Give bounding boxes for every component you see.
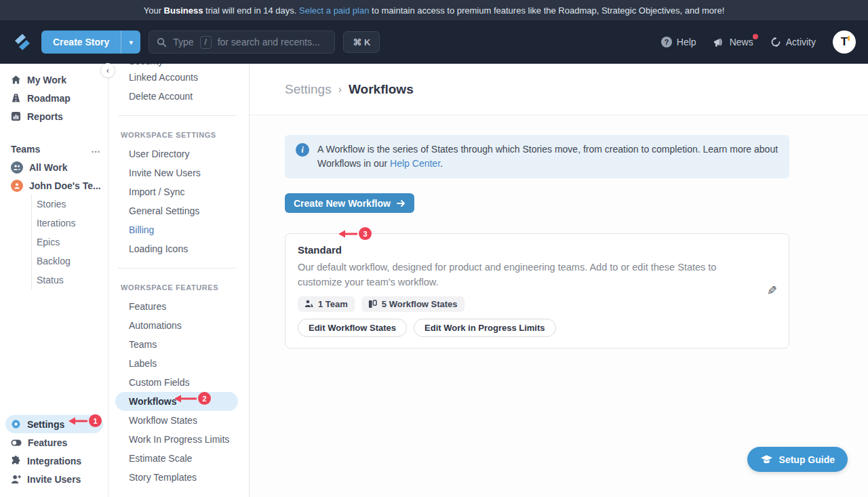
workflow-info-banner: i A Workflow is the series of States thr… [285, 135, 789, 178]
settings-menu-item-linked-accounts[interactable]: Linked Accounts [108, 68, 249, 87]
workflows-label: Workflows [129, 392, 177, 411]
settings-menu-item-teams[interactable]: Teams [108, 335, 249, 354]
create-new-workflow-button[interactable]: Create New Workflow [285, 193, 414, 213]
info-icon: i [296, 143, 309, 157]
banner-text-middle: trial will end in 14 days. [203, 5, 299, 16]
sidebar-item-all-work[interactable]: All Work [5, 158, 102, 176]
teams-header-label: Teams [11, 144, 40, 155]
features-label: Features [28, 437, 67, 448]
shortcut-logo-icon[interactable] [12, 32, 33, 52]
news-button[interactable]: News [713, 37, 753, 47]
menu-divider [118, 115, 237, 116]
nav-right-group: ? Help News Activity [661, 31, 856, 54]
settings-menu-item-loading-icons[interactable]: Loading Icons [108, 239, 249, 258]
settings-menu-item-estimate-scale[interactable]: Estimate Scale [108, 449, 249, 468]
settings-menu-item-general-settings[interactable]: General Settings [108, 201, 249, 220]
menu-divider [118, 268, 237, 269]
invite-users-label: Invite Users [27, 474, 81, 485]
sidebar-item-iterations[interactable]: Iterations [32, 214, 102, 233]
help-label: Help [677, 37, 696, 47]
edit-pencil-icon[interactable]: ✎ [767, 283, 777, 298]
sidebar-item-label: Reports [27, 111, 63, 122]
megaphone-icon [713, 37, 725, 47]
sidebar-item-epics[interactable]: Epics [32, 233, 102, 252]
top-nav: Create Story ▾ Type / for search and rec… [0, 20, 868, 64]
settings-menu-item-features[interactable]: Features [108, 297, 249, 316]
breadcrumb: Settings › Workflows [285, 82, 414, 97]
create-new-workflow-label: Create New Workflow [294, 198, 391, 209]
settings-menu-item-labels[interactable]: Labels [108, 354, 249, 373]
settings-menu-item-story-templates[interactable]: Story Templates [108, 468, 249, 487]
sidebar-item-features[interactable]: Features [5, 433, 103, 452]
settings-menu-item-workflows[interactable]: Workflows [115, 392, 238, 411]
app-window: Your Business trial will end in 14 days.… [0, 0, 868, 497]
select-paid-plan-link[interactable]: Select a paid plan [299, 5, 369, 16]
invite-user-icon [11, 475, 21, 484]
info-text: A Workflow is the series of States throu… [317, 142, 778, 171]
bar-chart-icon [11, 111, 21, 121]
workspace-avatar[interactable]: T [833, 31, 856, 54]
avatar-letter: T [841, 35, 848, 49]
breadcrumb-settings[interactable]: Settings [285, 82, 332, 97]
sidebar-item-roadmap[interactable]: Roadmap [5, 89, 102, 107]
sidebar-item-integrations[interactable]: Integrations [5, 452, 103, 470]
sidebar-item-reports[interactable]: Reports [5, 107, 102, 125]
graduation-cap-icon [760, 454, 773, 465]
setup-guide-button[interactable]: Setup Guide [747, 447, 848, 472]
activity-button[interactable]: Activity [770, 37, 816, 47]
search-input[interactable]: Type / for search and recents... [149, 31, 335, 54]
settings-menu-item-wip-limits[interactable]: Work In Progress Limits [108, 430, 249, 449]
activity-label: Activity [786, 37, 816, 47]
team-icon [304, 300, 313, 308]
setup-guide-label: Setup Guide [779, 454, 835, 465]
settings-menu: Security Linked Accounts Delete Account … [108, 64, 250, 497]
sidebar-collapse-button[interactable]: ‹ [100, 63, 115, 78]
workflow-states-icon [368, 300, 377, 309]
teams-more-menu-icon[interactable]: … [91, 144, 101, 155]
settings-menu-item-delete-account[interactable]: Delete Account [108, 87, 249, 106]
sidebar-item-stories[interactable]: Stories [32, 195, 102, 214]
create-story-label: Create Story [53, 37, 109, 47]
sidebar-item-status[interactable]: Status [32, 271, 102, 290]
home-icon [11, 75, 21, 85]
sidebar-main-items: My Work Roadmap Reports [0, 64, 108, 125]
road-icon [11, 93, 21, 103]
edit-wip-limits-button[interactable]: Edit Work in Progress Limits [414, 319, 555, 337]
gear-icon [11, 419, 21, 429]
team-count-label: 1 Team [318, 299, 348, 309]
edit-workflow-states-button[interactable]: Edit Workflow States [298, 319, 407, 337]
avatar-accent-mark [848, 36, 850, 41]
card-title-row: Standard [298, 244, 776, 256]
settings-menu-item-workflow-states[interactable]: Workflow States [108, 411, 249, 430]
create-story-button[interactable]: Create Story [41, 31, 121, 54]
trial-banner: Your Business trial will end in 14 days.… [0, 0, 868, 20]
news-label: News [730, 37, 753, 47]
person-icon [14, 182, 20, 189]
settings-menu-item-user-directory[interactable]: User Directory [108, 144, 249, 163]
sidebar-item-team[interactable]: John Doe's Te... [5, 176, 102, 195]
puzzle-icon [11, 456, 21, 466]
team-avatar [11, 180, 23, 192]
settings-menu-item-billing[interactable]: Billing [108, 220, 249, 239]
sidebar-item-backlog[interactable]: Backlog [32, 252, 102, 271]
integrations-label: Integrations [27, 456, 81, 466]
main-content: Settings › Workflows i A Workflow is the… [250, 64, 868, 497]
workflow-card-standard: Standard Our default workflow, designed … [285, 233, 789, 349]
help-button[interactable]: ? Help [661, 37, 696, 47]
sidebar-item-invite-users[interactable]: Invite Users [5, 470, 103, 488]
all-work-label: All Work [29, 162, 68, 173]
page-body: i A Workflow is the series of States thr… [250, 115, 868, 349]
settings-menu-item-automations[interactable]: Automations [108, 316, 249, 335]
settings-menu-item-import-sync[interactable]: Import / Sync [108, 182, 249, 201]
sidebar-item-my-work[interactable]: My Work [5, 71, 102, 89]
settings-menu-item-invite-new-users[interactable]: Invite New Users [108, 163, 249, 182]
page-title: Workflows [349, 82, 414, 97]
info-text-before: A Workflow is the series of States throu… [317, 144, 778, 169]
create-story-dropdown-button[interactable]: ▾ [121, 31, 140, 54]
help-center-link[interactable]: Help Center [390, 158, 440, 169]
sidebar-item-settings[interactable]: Settings [5, 415, 103, 433]
search-shortcut-badge[interactable]: ⌘ K [343, 31, 380, 53]
settings-menu-item-custom-fields[interactable]: Custom Fields [108, 373, 249, 392]
search-icon [157, 37, 167, 47]
team-count-badge: 1 Team [298, 296, 355, 312]
